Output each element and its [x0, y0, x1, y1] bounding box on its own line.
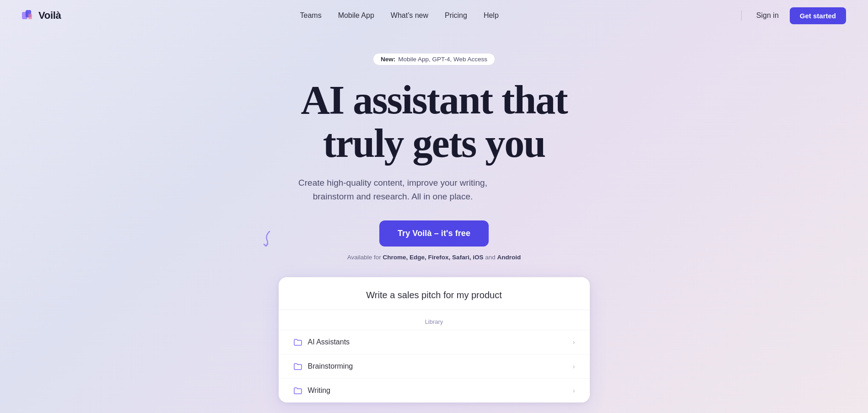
logo[interactable]: Voilà [22, 9, 61, 22]
demo-card-body: Library AI Assistants › [279, 310, 590, 402]
available-last: Android [497, 254, 521, 261]
nav-pricing[interactable]: Pricing [445, 11, 467, 19]
available-prefix: Available for [347, 254, 381, 261]
available-platforms: Chrome, Edge, Firefox, Safari, iOS [383, 254, 484, 261]
available-and: and [485, 254, 496, 261]
badge-new-label: New: [381, 56, 395, 63]
demo-card-prompt: Write a sales pitch for my product [293, 290, 575, 300]
hero-content: New: Mobile App, GPT-4, Web Access AI as… [279, 53, 590, 402]
library-item-name-writing: Writing [308, 386, 331, 395]
sign-in-button[interactable]: Sign in [749, 8, 786, 23]
nav-help[interactable]: Help [484, 11, 499, 19]
demo-card-wrapper: Write a sales pitch for my product Libra… [279, 277, 590, 402]
badge-text: Mobile App, GPT-4, Web Access [398, 56, 487, 63]
library-item-writing[interactable]: Writing › [279, 378, 590, 402]
library-item-ai-assistants[interactable]: AI Assistants › [279, 330, 590, 354]
voila-logo-icon [22, 9, 35, 22]
badge: New: Mobile App, GPT-4, Web Access [373, 53, 495, 65]
chevron-icon-ai-assistants: › [573, 338, 575, 346]
available-text: Available for Chrome, Edge, Firefox, Saf… [279, 254, 590, 261]
library-label: Library [279, 310, 590, 330]
chevron-icon-brainstorming: › [573, 363, 575, 370]
folder-icon-writing [293, 386, 302, 395]
demo-card: Write a sales pitch for my product Libra… [279, 277, 590, 402]
decorative-arrow [256, 227, 279, 250]
folder-icon-brainstorming [293, 362, 302, 371]
navbar: Voilà Teams Mobile App What's new Pricin… [0, 0, 868, 31]
hero-title-line1: AI assistant that [301, 78, 567, 122]
folder-icon-ai-assistants [293, 338, 302, 347]
brand-name: Voilà [38, 10, 61, 21]
hero-title: AI assistant that truly gets you [279, 78, 590, 165]
chevron-icon-writing: › [573, 387, 575, 394]
nav-links: Teams Mobile App What's new Pricing Help [300, 11, 499, 20]
nav-right: Sign in Get started [738, 7, 846, 24]
hero-title-line2: truly gets you [323, 121, 545, 166]
demo-card-header: Write a sales pitch for my product [279, 277, 590, 310]
nav-divider [741, 11, 742, 21]
hero-section: New: Mobile App, GPT-4, Web Access AI as… [0, 31, 868, 402]
nav-teams[interactable]: Teams [300, 11, 322, 19]
get-started-button[interactable]: Get started [790, 7, 846, 24]
hero-subtitle: Create high-quality content, improve you… [279, 176, 507, 204]
library-item-name-brainstorming: Brainstorming [308, 362, 353, 370]
nav-mobile-app[interactable]: Mobile App [338, 11, 374, 19]
library-item-name-ai-assistants: AI Assistants [308, 338, 350, 346]
try-voila-button[interactable]: Try Voilà – it's free [379, 220, 489, 247]
svg-rect-2 [28, 14, 32, 19]
nav-whats-new[interactable]: What's new [391, 11, 428, 19]
library-item-brainstorming[interactable]: Brainstorming › [279, 354, 590, 378]
